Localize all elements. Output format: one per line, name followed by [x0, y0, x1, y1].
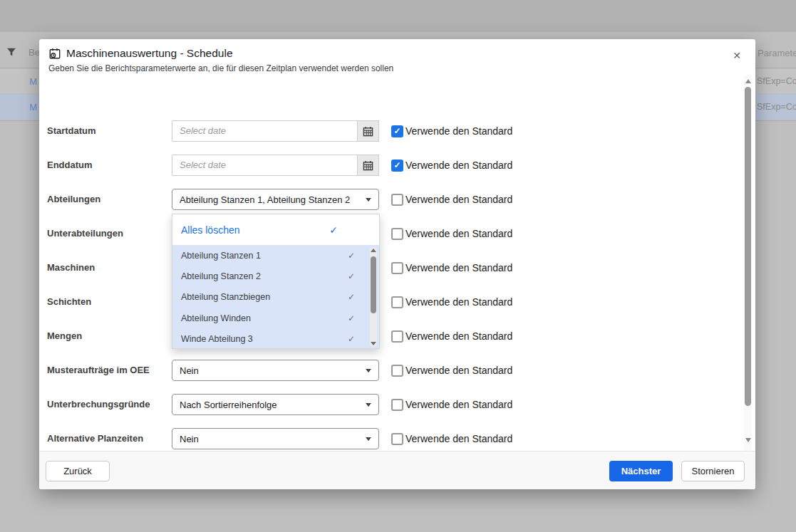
use-default-option: Verwende den Standard — [391, 223, 512, 244]
form-row-musterauftraege: Musteraufträge im OEE Nein Verwende den … — [39, 360, 755, 381]
field-label: Alternative Planzeiten — [47, 428, 170, 449]
use-default-label: Verwende den Standard — [405, 365, 512, 376]
background-row-link: M — [29, 76, 37, 87]
scrollbar-thumb[interactable] — [371, 256, 376, 313]
background-table-row: M — [0, 69, 39, 93]
select-value: Nein — [180, 365, 366, 376]
filter-funnel-icon — [6, 46, 17, 58]
form-row-schichten: Schichten Verwende den Standard — [39, 291, 755, 313]
background-table-row-selected: M — [0, 94, 39, 120]
field-label: Enddatum — [47, 155, 170, 176]
dialog-header: Maschinenauswertung - Schedule Geben Sie… — [48, 47, 393, 73]
check-icon: ✓ — [348, 313, 355, 323]
use-default-label: Verwende den Standard — [405, 399, 512, 410]
dropdown-item[interactable]: Winde Abteilung 3 ✓ — [172, 329, 379, 348]
calendar-picker-button[interactable] — [357, 121, 378, 141]
use-default-checkbox[interactable] — [391, 194, 403, 206]
use-default-checkbox[interactable] — [391, 399, 403, 411]
startdatum-date-input[interactable]: Select date — [172, 120, 379, 142]
enddatum-date-input[interactable]: Select date — [172, 155, 379, 176]
scroll-down-icon[interactable] — [371, 342, 376, 345]
next-button[interactable]: Nächster — [609, 461, 673, 481]
background-divider — [0, 68, 39, 68]
field-label: Musteraufträge im OEE — [47, 360, 170, 381]
field-label: Mengen — [47, 325, 170, 347]
use-default-checkbox[interactable] — [391, 228, 403, 240]
use-default-option: Verwende den Standard — [391, 291, 512, 313]
dropdown-item[interactable]: Abteilung Stanzen 1 ✓ — [172, 245, 379, 266]
chevron-down-icon — [366, 403, 371, 407]
date-placeholder: Select date — [172, 121, 357, 141]
form-row-unterabteilungen: Unterabteilungen Verwende den Standard — [39, 223, 755, 244]
use-default-label: Verwende den Standard — [405, 262, 512, 273]
schedule-calendar-icon — [48, 47, 61, 60]
calendar-icon — [363, 126, 373, 137]
date-placeholder: Select date — [172, 155, 357, 175]
clear-all-label: Alles löschen — [181, 224, 240, 236]
field-label: Unterabteilungen — [47, 223, 170, 244]
dropdown-scrollbar[interactable] — [370, 247, 377, 347]
use-default-checkbox[interactable] — [391, 296, 403, 308]
use-default-option: Verwende den Standard — [391, 394, 512, 415]
use-default-checkbox[interactable]: ✓ — [391, 160, 403, 172]
check-icon: ✓ — [348, 292, 355, 302]
use-default-label: Verwende den Standard — [405, 125, 512, 137]
calendar-picker-button[interactable] — [357, 155, 378, 175]
background-column-header-right: Parameter p — [758, 48, 796, 58]
select-value: Nach Sortierreihenfolge — [180, 400, 366, 410]
calendar-icon — [363, 160, 373, 171]
dropdown-item-label: Abteilung Stanzbiegen — [181, 292, 270, 302]
background-row-link: M — [29, 102, 37, 113]
check-icon: ✓ — [393, 161, 400, 169]
form-row-alternative-planzeiten: Alternative Planzeiten Nein Verwende den… — [39, 428, 755, 449]
use-default-label: Verwende den Standard — [405, 228, 512, 239]
field-label: Schichten — [47, 291, 170, 313]
dropdown-item[interactable]: Abteilung Winden ✓ — [172, 308, 379, 328]
background-table-row-selected: SfExp=Code — [755, 94, 796, 120]
check-icon: ✓ — [348, 251, 355, 261]
use-default-label: Verwende den Standard — [405, 160, 512, 171]
close-icon[interactable]: ✕ — [730, 48, 744, 63]
background-table-row: SfExp=Code — [755, 69, 796, 93]
check-icon: ✓ — [348, 271, 355, 281]
dialog-scrollbar[interactable] — [744, 75, 752, 451]
form-row-abteilungen: Abteilungen Abteilung Stanzen 1, Abteilu… — [39, 189, 755, 210]
background-row-cell: SfExp=Code — [757, 102, 796, 112]
scrollbar-thumb[interactable] — [745, 87, 751, 406]
dialog-subtitle: Geben Sie die Berichtsparameterwerte an,… — [48, 63, 393, 73]
back-button[interactable]: Zurück — [46, 461, 110, 481]
cancel-button[interactable]: Stornieren — [681, 461, 745, 481]
background-top-toolbar — [0, 0, 796, 32]
use-default-checkbox[interactable] — [391, 365, 403, 377]
dialog-footer: Zurück Nächster Stornieren — [39, 451, 755, 489]
use-default-checkbox[interactable] — [391, 330, 403, 343]
abteilungen-multiselect[interactable]: Abteilung Stanzen 1, Abteilung Stanzen 2 — [172, 189, 379, 210]
chevron-down-icon — [366, 437, 371, 441]
form-row-unterbrechungsgruende: Unterbrechungsgründe Nach Sortierreihenf… — [39, 394, 755, 415]
dropdown-item[interactable]: Abteilung Stanzbiegen ✓ — [172, 287, 379, 308]
use-default-checkbox[interactable]: ✓ — [391, 125, 403, 137]
scroll-down-icon[interactable] — [745, 438, 751, 442]
musterauftraege-select[interactable]: Nein — [172, 360, 379, 381]
dropdown-item[interactable]: Abteilung Stanzen 2 ✓ — [172, 266, 379, 286]
use-default-option: Verwende den Standard — [391, 189, 512, 210]
use-default-option: Verwende den Standard — [391, 428, 512, 449]
schedule-parameters-dialog: Maschinenauswertung - Schedule Geben Sie… — [39, 39, 755, 489]
alternative-planzeiten-select[interactable]: Nein — [172, 428, 379, 449]
select-value: Nein — [180, 434, 366, 444]
scroll-up-icon[interactable] — [745, 79, 751, 83]
clear-all-option[interactable]: Alles löschen ✓ — [172, 214, 379, 245]
unterbrechungsgruende-select[interactable]: Nach Sortierreihenfolge — [172, 394, 379, 415]
use-default-label: Verwende den Standard — [405, 194, 512, 205]
use-default-label: Verwende den Standard — [405, 330, 512, 342]
field-label: Unterbrechungsgründe — [47, 394, 170, 415]
background-row-cell: SfExp=Code — [757, 76, 796, 86]
use-default-checkbox[interactable] — [391, 433, 403, 445]
field-label: Startdatum — [47, 120, 170, 142]
chevron-down-icon — [366, 369, 371, 372]
use-default-checkbox[interactable] — [391, 262, 403, 274]
background-divider — [0, 120, 39, 121]
form-row-maschinen: Maschinen Verwende den Standard — [39, 257, 755, 278]
scroll-up-icon[interactable] — [371, 249, 376, 252]
dropdown-item-list: Abteilung Stanzen 1 ✓ Abteilung Stanzen … — [172, 245, 379, 348]
